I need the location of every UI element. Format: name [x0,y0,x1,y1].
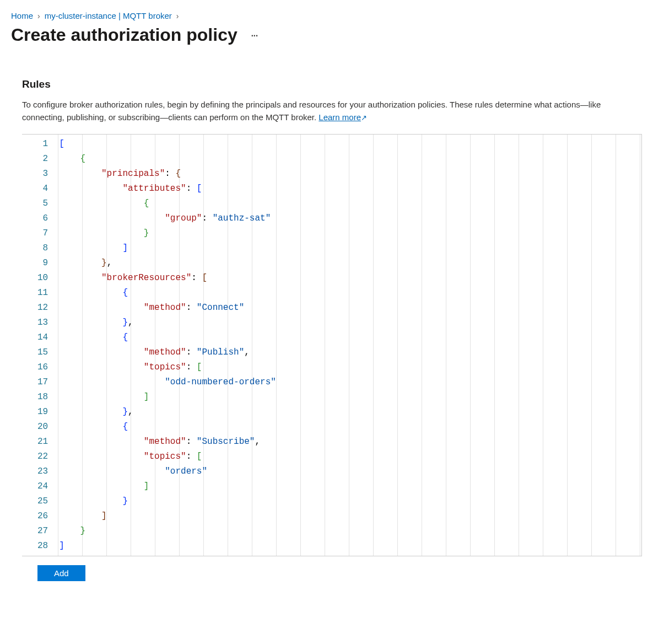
code-line[interactable]: ] [58,509,641,524]
breadcrumb-cluster[interactable]: my-cluster-instance | MQTT broker [45,11,172,20]
code-line[interactable]: "group": "authz-sat" [58,211,641,226]
code-line[interactable]: ] [58,390,641,405]
code-line[interactable]: ] [58,539,641,554]
line-gutter: 1234567891011121314151617181920212223242… [22,135,58,556]
line-number: 26 [37,509,48,524]
code-line[interactable]: }, [58,405,641,420]
code-line[interactable]: "orders" [58,464,641,479]
line-number: 23 [37,464,48,479]
line-number: 2 [37,152,48,167]
line-number: 22 [37,449,48,464]
line-number: 15 [37,345,48,360]
page-title: Create authorization policy [11,25,238,45]
line-number: 1 [37,137,48,152]
code-line[interactable]: { [58,330,641,345]
code-line[interactable]: [ [58,137,641,152]
rules-description-text: To configure broker authorization rules,… [22,100,601,122]
line-number: 21 [37,434,48,449]
breadcrumb-home[interactable]: Home [11,11,33,20]
line-number: 20 [37,420,48,434]
code-line[interactable]: "odd-numbered-orders" [58,375,641,390]
code-line[interactable]: "method": "Connect" [58,300,641,315]
line-number: 24 [37,479,48,494]
line-number: 28 [37,539,48,554]
line-number: 3 [37,167,48,181]
code-line[interactable]: "principals": { [58,167,641,181]
line-number: 4 [37,181,48,196]
line-number: 8 [37,241,48,256]
line-number: 25 [37,494,48,509]
code-line[interactable]: } [58,524,641,539]
line-number: 18 [37,390,48,405]
line-number: 6 [37,211,48,226]
line-number: 9 [37,256,48,271]
code-line[interactable]: "topics": [ [58,360,641,375]
line-number: 27 [37,524,48,539]
more-icon[interactable]: ··· [251,28,257,42]
content-area: Rules To configure broker authorization … [11,78,642,581]
line-number: 5 [37,196,48,211]
code-line[interactable]: { [58,152,641,167]
code-line[interactable]: "topics": [ [58,449,641,464]
code-line[interactable]: "method": "Subscribe", [58,434,641,449]
code-content[interactable]: [ { "principals": { "attributes": [ { "g… [58,135,641,556]
line-number: 10 [37,271,48,286]
add-button[interactable]: Add [37,565,85,581]
breadcrumb: Home › my-cluster-instance | MQTT broker… [11,11,642,20]
button-row: Add [22,565,642,581]
line-number: 14 [37,330,48,345]
external-link-icon: ↗ [361,112,367,124]
line-number: 17 [37,375,48,390]
code-line[interactable]: "brokerResources": [ [58,271,641,286]
line-number: 11 [37,286,48,300]
line-number: 19 [37,405,48,420]
rules-description: To configure broker authorization rules,… [22,98,642,124]
code-line[interactable]: ] [58,241,641,256]
code-line[interactable]: } [58,494,641,509]
line-number: 13 [37,315,48,330]
line-number: 7 [37,226,48,241]
code-line[interactable]: }, [58,256,641,271]
line-number: 12 [37,300,48,315]
code-line[interactable]: { [58,286,641,300]
code-line[interactable]: { [58,196,641,211]
code-line[interactable]: "method": "Publish", [58,345,641,360]
line-number: 16 [37,360,48,375]
learn-more-link[interactable]: Learn more↗ [319,112,367,122]
chevron-right-icon: › [37,12,40,20]
code-editor[interactable]: 1234567891011121314151617181920212223242… [22,134,642,556]
chevron-right-icon: › [176,12,179,20]
code-line[interactable]: "attributes": [ [58,181,641,196]
code-line[interactable]: { [58,420,641,434]
rules-heading: Rules [22,78,642,90]
learn-more-text: Learn more [319,112,361,122]
code-line[interactable]: }, [58,315,641,330]
title-row: Create authorization policy ··· [11,25,642,45]
code-line[interactable]: ] [58,479,641,494]
code-line[interactable]: } [58,226,641,241]
